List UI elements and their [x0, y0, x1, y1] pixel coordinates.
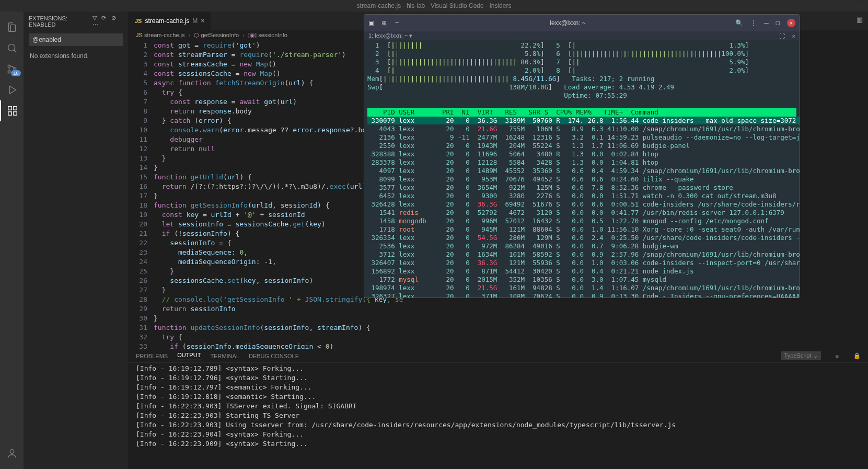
tab-stream-cache[interactable]: JS stream-cache.js M ×	[129, 12, 211, 30]
explorer-icon[interactable]	[0, 17, 24, 38]
add-tab-icon[interactable]: ⊕	[381, 19, 387, 27]
terminal-title: lexx@lxxn: ~	[408, 19, 728, 27]
htop-output[interactable]: 1 [|||||||| 22.2%] 5 [| 1.3%] 2 [|| 5.8%…	[364, 40, 800, 298]
scm-badge: 10	[11, 70, 20, 76]
extensions-icon[interactable]	[0, 100, 24, 121]
svg-rect-6	[8, 112, 11, 115]
activity-bar: 10	[0, 12, 24, 469]
extensions-sidebar: EXTENSIONS: ENABLED ▽ ⟳ ⊘ ⋯ No extension…	[24, 12, 129, 469]
debug-icon[interactable]	[0, 79, 24, 100]
terminal-tab-close-icon[interactable]: ×	[792, 33, 795, 39]
js-file-icon: JS	[136, 32, 143, 38]
js-file-icon: JS	[135, 18, 142, 24]
search-icon[interactable]	[0, 38, 24, 59]
panel-tab-problems[interactable]: PROBLEMS	[136, 353, 168, 359]
terminal-close-icon[interactable]: ×	[787, 19, 795, 27]
terminal-menu-icon[interactable]: ⋮	[750, 19, 757, 27]
terminal-tab[interactable]: 1: lexx@lxxn: ~ ▾	[368, 32, 412, 39]
minimize-icon[interactable]: ─	[858, 2, 863, 9]
terminal-minimize-icon[interactable]: ─	[764, 19, 769, 27]
svg-rect-5	[13, 107, 16, 110]
extensions-search-input[interactable]	[29, 33, 123, 46]
line-numbers: 1234567891011121314151617181920212223242…	[129, 41, 154, 349]
panel-tab-terminal[interactable]: TERMINAL	[210, 353, 239, 359]
panel-tab-output[interactable]: OUTPUT	[177, 352, 201, 360]
more-icon[interactable]: ⋯	[92, 21, 98, 28]
bottom-panel: PROBLEMS OUTPUT TERMINAL DEBUG CONSOLE T…	[129, 349, 868, 469]
terminal-maximize-icon[interactable]: □	[776, 19, 780, 27]
terminal-search-icon[interactable]: 🔍	[735, 19, 743, 27]
panel-lock-icon[interactable]: 🔒	[853, 352, 861, 359]
modified-indicator: M	[192, 17, 198, 25]
terminal-expand-icon[interactable]: ⛶	[779, 33, 785, 39]
new-terminal-icon[interactable]: ▣	[368, 19, 374, 27]
account-icon[interactable]	[0, 443, 24, 464]
close-tab-icon[interactable]: ×	[201, 17, 204, 25]
refresh-icon[interactable]: ⟳	[101, 15, 106, 21]
tab-filename: stream-cache.js	[145, 17, 189, 25]
split-editor-icon[interactable]: ▥	[851, 12, 868, 30]
title-text: stream-cache.js - hls-lab - Visual Studi…	[357, 2, 512, 9]
svg-point-2	[8, 71, 10, 73]
sidebar-title: EXTENSIONS: ENABLED	[29, 15, 89, 28]
no-extensions-message: No extensions found.	[24, 48, 128, 64]
svg-point-0	[8, 44, 15, 51]
svg-point-8	[10, 450, 14, 453]
split-terminal-icon[interactable]: ⫟	[394, 19, 400, 27]
source-control-icon[interactable]: 10	[0, 59, 24, 79]
output-filter-select[interactable]: TypeScript ⌄	[781, 351, 821, 360]
panel-tab-debug[interactable]: DEBUG CONSOLE	[249, 353, 299, 359]
output-content[interactable]: [Info - 16:19:12.789] <syntax> Forking..…	[129, 363, 868, 469]
svg-rect-7	[13, 112, 16, 115]
window-titlebar: stream-cache.js - hls-lab - Visual Studi…	[0, 0, 868, 12]
filter-icon[interactable]: ▽	[92, 15, 97, 21]
clear-icon[interactable]: ⊘	[111, 15, 116, 21]
panel-toggle-icon[interactable]: ≡	[836, 353, 839, 359]
svg-rect-4	[8, 107, 11, 110]
svg-point-1	[8, 65, 10, 67]
terminal-window[interactable]: ▣ ⊕ ⫟ lexx@lxxn: ~ 🔍 ⋮ ─ □ × 1: lexx@lxx…	[364, 14, 800, 298]
